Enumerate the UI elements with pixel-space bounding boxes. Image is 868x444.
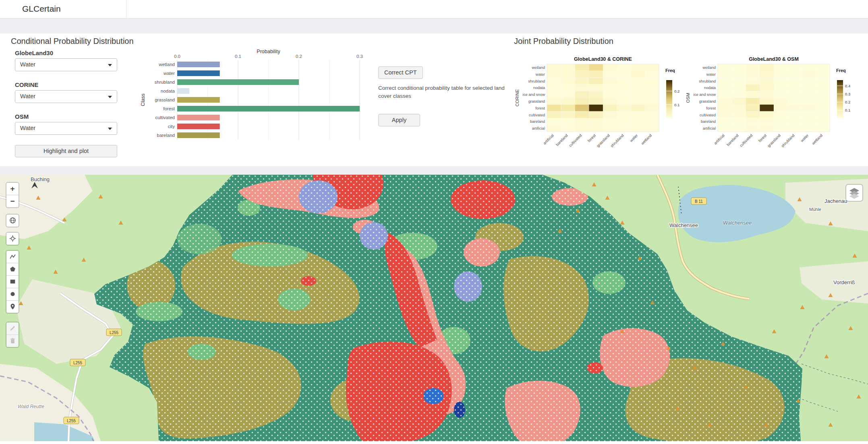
layers-icon: [848, 187, 860, 199]
corine-select[interactable]: Water: [15, 90, 117, 103]
svg-text:B 11: B 11: [695, 199, 703, 204]
globeland30-select[interactable]: Water: [15, 58, 117, 71]
heatmap-cell: [603, 84, 617, 91]
heatmap-cell: [645, 125, 659, 132]
osm-selected-value: Water: [20, 125, 35, 131]
zoom-out-button[interactable]: −: [6, 195, 19, 207]
heatmap-cell: [788, 78, 802, 85]
heatmap-cell: [645, 91, 659, 98]
heatmap-cell: [631, 71, 645, 78]
draw-polyline-button[interactable]: [6, 251, 19, 263]
draw-rectangle-button[interactable]: [6, 276, 19, 288]
heatmap-cell: [603, 71, 617, 78]
bar-bareland: [177, 132, 220, 138]
bar-nodata: [177, 88, 189, 94]
heatmap-cell: [603, 118, 617, 125]
heatmap-cell: [631, 105, 645, 112]
heatmap-cell: [589, 84, 603, 91]
heatmap-cell: [746, 112, 760, 118]
heatmap-cell: [732, 78, 746, 85]
heatmap-cell: [589, 118, 603, 125]
osm-select[interactable]: Water: [15, 122, 117, 135]
heatmap-cell: [788, 105, 802, 112]
svg-text:0.2: 0.2: [296, 54, 302, 59]
heatmap-cell: [645, 78, 659, 85]
heatmap-cell: [547, 84, 561, 91]
heatmap-cell: [760, 105, 774, 112]
heatmap-cell: [617, 78, 631, 85]
heatmap-cell: [645, 64, 659, 71]
heatmap-cell: [760, 78, 774, 85]
svg-text:0.1: 0.1: [674, 103, 679, 107]
heatmap-cell: [774, 118, 788, 125]
svg-text:wetland: wetland: [158, 62, 175, 67]
jpd-title: Joint Probability Distribution: [514, 37, 613, 46]
svg-text:water: water: [535, 72, 545, 76]
svg-text:grassland: grassland: [596, 133, 611, 148]
heatmap-cell: [603, 64, 617, 71]
heatmap-cell: [561, 118, 575, 125]
edit-layers-button[interactable]: [6, 322, 19, 335]
heatmap-cell: [617, 71, 631, 78]
globeland30-label: GlobeLand30: [15, 50, 53, 56]
svg-text:grassland: grassland: [155, 97, 175, 102]
svg-text:cultivated: cultivated: [568, 133, 582, 148]
heatmap-cell: [816, 91, 830, 98]
globe-button[interactable]: [6, 215, 19, 227]
heatmap-cell: [603, 105, 617, 112]
zoom-in-button[interactable]: +: [6, 183, 19, 195]
osm-label: OSM: [15, 113, 29, 120]
map-label-hamlet: Mühle: [809, 207, 821, 212]
heatmap-globeland30-corine: GlobeLand30 & CORINEwetlandwatershrublan…: [514, 56, 697, 154]
heatmap-globeland30-osm: GlobeLand30 & OSMwetlandwatershrublandno…: [685, 56, 868, 154]
heatmap-cell: [631, 91, 645, 98]
highlight-and-plot-button[interactable]: Highlight and plot: [15, 145, 117, 157]
road-badge: L255: [70, 359, 85, 366]
layers-control[interactable]: [846, 185, 862, 201]
apply-button[interactable]: Apply: [378, 114, 420, 126]
cpt-note-text: Correct conditional probability table fo…: [378, 84, 511, 101]
draw-polygon-button[interactable]: [6, 263, 19, 276]
heatmap-cell: [561, 112, 575, 118]
locate-button[interactable]: [6, 233, 19, 245]
svg-text:nodata: nodata: [704, 85, 716, 90]
heatmap-cell: [575, 78, 589, 85]
heatmap-cell: [631, 84, 645, 91]
heatmap-cell: [816, 112, 830, 118]
svg-text:shrubland: shrubland: [154, 80, 175, 85]
heatmap-cell: [774, 125, 788, 132]
bar-water: [177, 70, 220, 76]
delete-layers-button[interactable]: [6, 335, 19, 347]
heatmap-cell: [788, 125, 802, 132]
heatmap-cell: [718, 64, 732, 71]
heatmap-cell: [718, 105, 732, 112]
heatmap-cell: [561, 91, 575, 98]
heatmap-cell: [575, 71, 589, 78]
heatmap-cell: [802, 71, 816, 78]
heatmap-cell: [732, 71, 746, 78]
heatmap-cell: [718, 125, 732, 132]
heatmap-cell: [603, 112, 617, 118]
heatmap-cell: [645, 112, 659, 118]
edit-toolbar: [6, 322, 19, 347]
road-badge: L255: [64, 417, 79, 424]
svg-text:cultivated: cultivated: [700, 113, 716, 117]
svg-text:artificial: artificial: [542, 133, 555, 146]
heatmap-cell: [760, 64, 774, 71]
heatmap-cell: [774, 84, 788, 91]
svg-text:0.3: 0.3: [356, 54, 363, 59]
map-canvas[interactable]: B 11L255L255L255BuchingWalchenseeWalchen…: [0, 175, 868, 441]
svg-text:grassland: grassland: [766, 133, 781, 148]
locate-control: [6, 233, 19, 245]
correct-cpt-button[interactable]: Correct CPT: [378, 66, 423, 79]
bar-forest: [177, 106, 360, 112]
svg-text:nodata: nodata: [533, 85, 545, 90]
svg-text:shrubland: shrubland: [528, 79, 545, 83]
zoom-extent-control: [6, 215, 19, 227]
draw-marker-button[interactable]: [6, 301, 19, 313]
heatmap-cell: [603, 91, 617, 98]
heatmap-cell: [589, 98, 603, 105]
heatmap-cell: [802, 118, 816, 125]
draw-circle-button[interactable]: [6, 288, 19, 301]
bar-cultivated: [177, 115, 220, 120]
